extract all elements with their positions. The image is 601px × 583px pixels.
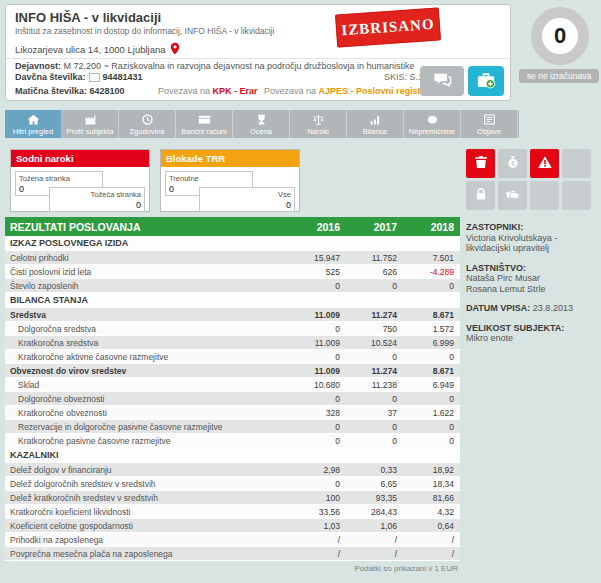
row-value: 33,56	[289, 507, 346, 517]
kpk-prefix: Povezava na	[158, 86, 210, 96]
company-address: Likozarjeva ulica 14, 1000 Ljubljana	[15, 42, 180, 57]
trash-icon	[473, 154, 489, 174]
table-row: Kratkoročne pasivne časovne razmejitve00…	[5, 434, 460, 448]
sidebar-info: ZASTOPNIKI: Victoria Krivolutskaya - lik…	[466, 222, 596, 344]
tab-label: Nepremičnine	[409, 127, 455, 136]
row-value: 0	[289, 422, 346, 432]
results-table-header: REZULTATI POSLOVANJA 2016 2017 2018	[5, 217, 460, 236]
row-value: 81,66	[403, 493, 460, 503]
row-value: /	[289, 535, 346, 545]
tab-nepremi-nine[interactable]: Nepremičnine	[404, 110, 461, 138]
table-row: Celotni prihodki15.94711.7527.501	[5, 251, 460, 265]
row-value: 2,98	[289, 465, 346, 475]
score-circle: 0	[531, 7, 589, 65]
lock-button[interactable]	[466, 181, 495, 210]
tax-checkbox[interactable]	[89, 73, 100, 82]
row-label: Kratkoročne pasivne časovne razmejitve	[5, 436, 289, 446]
news-icon	[483, 113, 496, 126]
tab-label: Objave	[477, 127, 501, 136]
row-value: 0	[289, 324, 346, 334]
table-row: Število zaposlenih000	[5, 279, 460, 293]
row-value: 10.680	[289, 380, 346, 390]
lastnistvo-label: LASTNIŠTVO:	[466, 263, 596, 274]
tab-label: Naroki	[307, 127, 329, 136]
table-row: Povprečna mesečna plača na zaposlenega//…	[5, 547, 460, 561]
tab-naroki[interactable]: Naroki	[290, 110, 347, 138]
company-details: Dejavnost: M 72.200 ~ Raziskovalna in ra…	[6, 58, 510, 101]
row-value: 0	[346, 422, 403, 432]
briefcase-plus-icon	[476, 70, 496, 92]
row-value: 11.238	[346, 380, 403, 390]
tax-label: Davčna številka:	[15, 72, 86, 82]
table-row: Kratkoročna sredstva11.00910.5246.999	[5, 336, 460, 350]
row-value: 93,35	[346, 493, 403, 503]
warning-button[interactable]	[530, 149, 559, 178]
moneybag-icon: €	[505, 154, 521, 174]
row-label: Rezervacije in dolgoročne pasivne časovn…	[5, 422, 289, 432]
row-label: Kratkoročne aktivne časovne razmejitve	[5, 352, 289, 362]
velikost-label: VELIKOST SUBJEKTA:	[466, 323, 596, 334]
tab-label: Bančni računi	[181, 127, 226, 136]
ajpes-link[interactable]: AJPES - Poslovni register	[319, 86, 430, 96]
scales-icon	[312, 113, 325, 126]
card-icon	[198, 113, 211, 126]
tab-bilance[interactable]: Bilance	[347, 110, 404, 138]
row-value: 0	[346, 394, 403, 404]
row-label: Sklad	[5, 380, 289, 390]
row-label: Delež kratkoročnih sredstev v sredstvih	[5, 493, 289, 503]
year-column-2017: 2017	[346, 221, 403, 233]
table-row: Prihodki na zaposlenega///	[5, 533, 460, 547]
tab-profil-subjekta[interactable]: Profil subjekta	[62, 110, 119, 138]
tab-zgodovina[interactable]: Zgodovina	[119, 110, 176, 138]
datum-vpisa-value: 23.8.2013	[533, 303, 573, 313]
trash-button[interactable]	[466, 149, 495, 178]
moneybag-button[interactable]: €	[498, 149, 527, 178]
row-value: 11.009	[289, 310, 346, 320]
row-label: Povprečna mesečna plača na zaposlenega	[5, 549, 289, 559]
row-value: 37	[346, 408, 403, 418]
row-value: 750	[346, 324, 403, 334]
row-label: Prihodki na zaposlenega	[5, 535, 289, 545]
row-label: Obveznost do virov sredstev	[5, 366, 289, 376]
row-value: /	[289, 549, 346, 559]
action-button-empty	[562, 181, 591, 210]
table-row: Koeficient celotne gospodarnosti1,031,06…	[5, 519, 460, 533]
skis-label: SKIS:	[384, 72, 407, 82]
action-button-empty	[530, 181, 559, 210]
vse-label: Vse	[203, 190, 291, 199]
row-value: /	[403, 535, 460, 545]
deleted-stamp: IZBRISANO	[335, 7, 441, 47]
row-value: 0	[346, 281, 403, 291]
table-row: Rezervacije in dolgoročne pasivne časovn…	[5, 420, 460, 434]
reg-line: Matična številka: 6428100	[15, 86, 125, 96]
row-label: Delež dolgov v financiranju	[5, 465, 289, 475]
velikost-value: Mikro enote	[466, 333, 596, 344]
row-label: Delež dolgoročnih sredstev v sredstvih	[5, 479, 289, 489]
tab-hitri-pregled[interactable]: Hitri pregled	[5, 110, 62, 138]
kpk-erar-link[interactable]: KPK - Erar	[213, 86, 258, 96]
section-label: BILANCA STANJA	[5, 295, 460, 305]
row-value: 0,64	[403, 521, 460, 531]
row-label: Dolgoročna sredstva	[5, 324, 289, 334]
tozeca-stranka-field: Tožeča stranka 0	[49, 187, 145, 212]
tab-ban-ni-ra-uni[interactable]: Bančni računi	[176, 110, 233, 138]
row-value: 1,03	[289, 521, 346, 531]
banknotes-icon	[505, 186, 521, 206]
location-pin-icon[interactable]	[170, 42, 180, 57]
table-footnote: Podatki so prikazani v 1 EUR	[5, 564, 460, 573]
row-value: 0	[403, 436, 460, 446]
table-row: Delež dolgov v financiranju2,980,3318,92	[5, 463, 460, 477]
row-value: 7.501	[403, 253, 460, 263]
tab-objave[interactable]: Objave	[461, 110, 518, 138]
row-value: 11.009	[289, 338, 346, 348]
company-header-card: INFO HIŠA - v likvidaciji Inštitut za za…	[5, 4, 511, 101]
comments-button[interactable]	[420, 66, 464, 96]
tab-label: Profil subjekta	[66, 127, 113, 136]
zastopniki-label: ZASTOPNIKI:	[466, 222, 596, 233]
tab-ocena[interactable]: Ocena	[233, 110, 290, 138]
add-to-portfolio-button[interactable]	[468, 66, 504, 96]
map-icon	[426, 113, 439, 126]
table-section-row: KAZALNIKI	[5, 448, 460, 463]
reg-label: Matična številka:	[15, 86, 87, 96]
banknotes-button[interactable]	[498, 181, 527, 210]
